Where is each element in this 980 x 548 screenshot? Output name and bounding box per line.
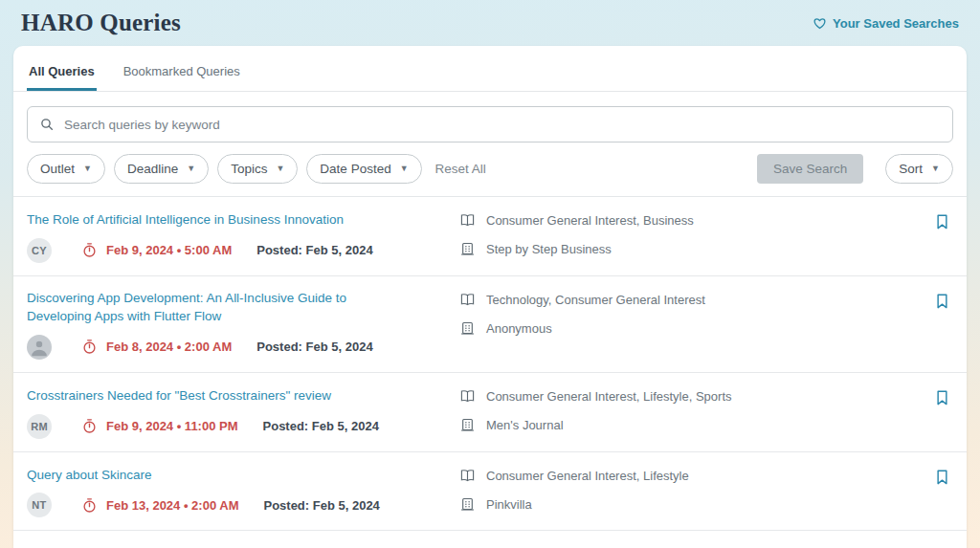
bookmark-button[interactable] (927, 289, 957, 314)
posted-date: Posted: Feb 5, 2024 (263, 419, 379, 433)
building-icon (459, 417, 476, 433)
query-main: Crosstrainers Needed for "Best Crosstrai… (27, 385, 459, 439)
query-title-link[interactable]: The Role of Artificial Intelligence in B… (27, 211, 344, 230)
categories-row: Consumer General Interest, Business (459, 212, 927, 229)
filter-topics[interactable]: Topics▼ (217, 154, 298, 184)
caret-down-icon: ▼ (931, 164, 940, 173)
heart-icon (813, 16, 827, 31)
deadline-text: Feb 8, 2024 • 2:00 AM (106, 340, 232, 354)
posted-date: Posted: Feb 5, 2024 (256, 340, 372, 354)
page-header: HARO Queries Your Saved Searches (0, 0, 980, 46)
query-info: Technology, Consumer General Interest An… (459, 289, 927, 360)
filter-deadline-label: Deadline (127, 162, 178, 176)
source-row: Pinkvilla (459, 496, 927, 513)
search-section (13, 92, 967, 152)
filter-outlet[interactable]: Outlet▼ (27, 154, 105, 184)
book-icon (459, 292, 476, 308)
caret-down-icon: ▼ (187, 164, 195, 173)
bookmark-icon (933, 291, 951, 312)
bookmark-button[interactable] (927, 385, 957, 410)
bookmark-icon (933, 467, 951, 488)
bookmark-button[interactable] (927, 209, 957, 234)
caret-down-icon: ▼ (400, 164, 409, 173)
query-main: Discovering App Development: An All-Incl… (27, 289, 459, 360)
bookmark-button[interactable] (927, 543, 957, 548)
source-text: Men's Journal (486, 418, 564, 432)
search-box[interactable] (27, 106, 953, 142)
bookmark-button[interactable] (927, 465, 957, 490)
filter-date-posted[interactable]: Date Posted▼ (306, 154, 421, 184)
query-row: Crosstrainers Needed for "Best Crosstrai… (13, 373, 967, 452)
person-icon (27, 335, 52, 360)
filter-date-posted-label: Date Posted (320, 162, 390, 176)
categories-text: Technology, Consumer General Interest (486, 293, 705, 307)
deadline-text: Feb 13, 2024 • 2:00 AM (106, 498, 238, 513)
query-row: Query about Makeup NT Feb 14, 2024 • 2:0… (13, 531, 967, 548)
categories-text: Consumer General Interest, Lifestyle, Sp… (486, 389, 732, 404)
stopwatch-icon (81, 418, 98, 434)
source-row: Anonymous (459, 320, 927, 337)
filter-outlet-label: Outlet (40, 162, 75, 176)
query-meta: RM Feb 9, 2024 • 11:00 PM Posted: Feb 5,… (27, 414, 459, 439)
stopwatch-icon (81, 497, 98, 514)
queries-card: All Queries Bookmarked Queries Outlet▼ D… (13, 46, 967, 548)
source-text: Pinkvilla (486, 497, 532, 512)
query-row: Query about Skincare NT Feb 13, 2024 • 2… (13, 452, 967, 532)
avatar: RM (27, 414, 52, 439)
query-main: Query about Skincare NT Feb 13, 2024 • 2… (27, 465, 459, 518)
source-row: Step by Step Business (459, 241, 927, 257)
query-info: Consumer General Interest, Lifestyle Pin… (459, 465, 927, 518)
anonymous-avatar (27, 335, 52, 360)
tab-bookmarked-queries[interactable]: Bookmarked Queries (122, 52, 242, 91)
saved-searches-label: Your Saved Searches (833, 16, 959, 31)
stopwatch-icon (81, 242, 98, 258)
posted-date: Posted: Feb 5, 2024 (256, 243, 372, 257)
query-row: Discovering App Development: An All-Incl… (13, 276, 967, 373)
source-text: Step by Step Business (486, 242, 612, 256)
bookmark-icon (933, 387, 951, 408)
filter-topics-label: Topics (231, 162, 267, 176)
query-title-link[interactable]: Crosstrainers Needed for "Best Crosstrai… (27, 387, 331, 406)
query-title-link[interactable]: Query about Skincare (27, 467, 152, 485)
deadline-text: Feb 9, 2024 • 5:00 AM (106, 243, 232, 257)
query-info: Consumer General Interest, Business Step… (459, 209, 927, 263)
filter-deadline[interactable]: Deadline▼ (114, 154, 209, 184)
query-info: Consumer General Interest, Lifestyle, Sp… (459, 385, 927, 439)
reset-all-link[interactable]: Reset All (435, 162, 486, 176)
source-row: Men's Journal (459, 417, 927, 433)
sort-label: Sort (899, 162, 923, 176)
sort-dropdown[interactable]: Sort▼ (885, 154, 953, 184)
search-input[interactable] (64, 118, 941, 132)
categories-row: Technology, Consumer General Interest (459, 292, 927, 308)
source-text: Anonymous (486, 321, 552, 336)
building-icon (459, 241, 476, 257)
filter-bar: Outlet▼ Deadline▼ Topics▼ Date Posted▼ R… (13, 152, 967, 197)
posted-date: Posted: Feb 5, 2024 (263, 498, 379, 513)
building-icon (459, 496, 476, 513)
book-icon (459, 388, 476, 405)
query-info: Consumer General Interest, Lifestyle Pin… (459, 543, 927, 548)
book-icon (459, 212, 476, 229)
tab-bar: All Queries Bookmarked Queries (13, 52, 967, 92)
avatar: CY (27, 238, 52, 263)
avatar: NT (27, 493, 52, 517)
search-icon (39, 117, 55, 132)
save-search-button[interactable]: Save Search (757, 154, 863, 184)
query-main: Query about Makeup NT Feb 14, 2024 • 2:0… (27, 543, 459, 548)
query-meta: NT Feb 13, 2024 • 2:00 AM Posted: Feb 5,… (27, 493, 459, 517)
bookmark-icon (933, 211, 951, 232)
deadline-text: Feb 9, 2024 • 11:00 PM (106, 419, 238, 433)
building-icon (459, 320, 476, 337)
caret-down-icon: ▼ (276, 164, 284, 173)
stopwatch-icon (81, 339, 98, 355)
categories-text: Consumer General Interest, Business (486, 213, 694, 228)
query-meta: Feb 8, 2024 • 2:00 AM Posted: Feb 5, 202… (27, 335, 459, 360)
page-title: HARO Queries (21, 10, 181, 36)
book-icon (459, 468, 476, 484)
query-main: The Role of Artificial Intelligence in B… (27, 209, 459, 263)
categories-row: Consumer General Interest, Lifestyle, Sp… (459, 388, 927, 405)
query-title-link[interactable]: Discovering App Development: An All-Incl… (27, 290, 410, 326)
tab-all-queries[interactable]: All Queries (27, 52, 97, 91)
saved-searches-link[interactable]: Your Saved Searches (813, 16, 959, 31)
query-meta: CY Feb 9, 2024 • 5:00 AM Posted: Feb 5, … (27, 238, 459, 263)
